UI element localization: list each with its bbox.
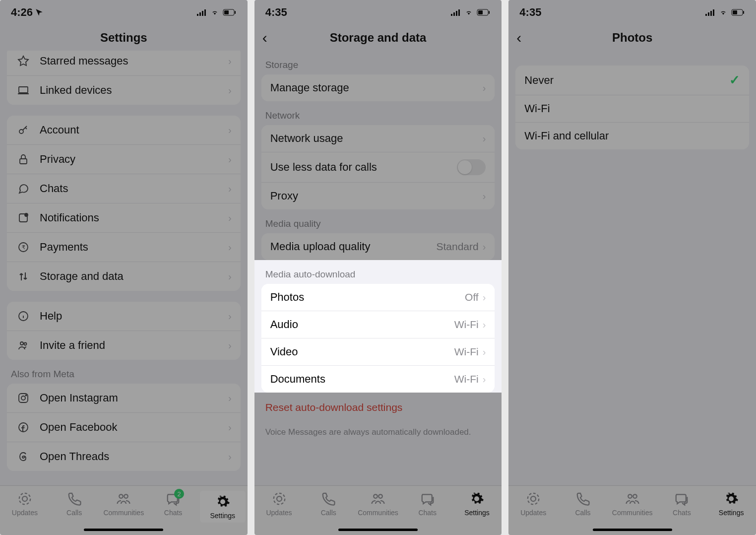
payments-row[interactable]: ₹ Payments › [7,233,241,262]
tab-chats[interactable]: Chats [659,491,704,517]
help-row[interactable]: Help › [7,302,241,331]
chevron-icon: › [228,451,232,463]
wifi-icon [718,9,728,16]
row-label: Privacy [40,153,228,166]
tab-communities[interactable]: Communities [101,491,146,517]
manage-storage-row[interactable]: Manage storage › [261,74,495,101]
tab-communities[interactable]: Communities [610,491,655,517]
network-usage-row[interactable]: Network usage › [261,125,495,152]
open-instagram-row[interactable]: Open Instagram › [7,384,241,413]
tab-updates[interactable]: Updates [510,491,556,517]
upload-quality-row[interactable]: Media upload quality Standard › [261,233,495,260]
row-label: Starred messages [40,55,228,67]
row-label: Open Instagram [40,392,228,404]
svg-rect-30 [489,11,490,14]
home-indicator[interactable] [338,529,418,531]
svg-point-8 [19,130,23,134]
option-wifi-row[interactable]: Wi-Fi [515,95,749,123]
lock-icon [16,152,31,167]
row-label: Storage and data [40,270,228,283]
tab-settings[interactable]: Settings [200,491,246,523]
row-label: Audio [270,318,454,331]
svg-point-44 [528,493,539,505]
signal-icon [705,9,715,16]
svg-point-22 [19,493,31,505]
tab-label: Chats [418,509,437,517]
svg-rect-0 [197,14,198,16]
row-value: Wi-Fi [454,373,479,385]
tab-bar: Updates Calls Communities Chats Settings [508,485,756,535]
chats-row[interactable]: Chats › [7,174,241,203]
option-wifi-cellular-row[interactable]: Wi-Fi and cellular [515,123,749,149]
chevron-icon: › [228,125,232,136]
tab-settings[interactable]: Settings [708,491,754,517]
chats-icon [420,491,436,507]
phone-icon [66,491,82,507]
open-threads-row[interactable]: Open Threads › [7,442,241,471]
svg-point-32 [277,496,282,501]
chevron-icon: › [228,56,232,67]
phone-icon [320,491,336,507]
arrows-updown-icon [16,269,31,284]
tab-label: Updates [266,509,292,517]
tab-communities[interactable]: Communities [355,491,401,517]
privacy-row[interactable]: Privacy › [7,145,241,174]
page-title: Settings [100,31,147,45]
tab-settings[interactable]: Settings [454,491,500,517]
tab-chats[interactable]: 2 Chats [150,491,196,517]
invite-row[interactable]: Invite a friend › [7,331,241,360]
tab-calls[interactable]: Calls [560,491,606,517]
threads-icon [16,449,31,464]
auto-download-header: Media auto-download [254,260,502,284]
chats-icon [674,491,690,507]
row-label: Payments [40,241,228,254]
svg-rect-9 [20,159,27,164]
starred-messages-row[interactable]: Starred messages › [7,51,241,76]
chevron-icon: › [228,154,232,165]
row-label: Photos [270,291,465,304]
storage-data-row[interactable]: Storage and data › [7,262,241,291]
tab-label: Calls [321,509,336,517]
option-never-row[interactable]: Never ✓ [515,66,749,95]
open-facebook-row[interactable]: Open Facebook › [7,413,241,442]
back-button[interactable]: ‹ [262,29,267,46]
tab-calls[interactable]: Calls [306,491,351,517]
reset-auto-download-button[interactable]: Reset auto-download settings [254,393,502,422]
photos-autodl-row[interactable]: Photos Off › [261,284,495,311]
svg-text:₹: ₹ [22,244,25,250]
svg-point-18 [21,396,25,400]
svg-rect-31 [478,10,483,14]
less-data-toggle[interactable] [457,159,486,175]
tab-calls[interactable]: Calls [52,491,97,517]
updates-icon [525,491,541,507]
svg-point-11 [25,213,28,216]
tab-chats[interactable]: Chats [405,491,450,517]
updates-icon [17,491,33,507]
svg-rect-39 [713,9,714,16]
video-autodl-row[interactable]: Video Wi-Fi › [261,338,495,366]
documents-autodl-row[interactable]: Documents Wi-Fi › [261,366,495,393]
svg-rect-7 [19,87,28,93]
row-label: Network usage [270,132,483,145]
phone-icon [575,491,591,507]
tab-updates[interactable]: Updates [256,491,302,517]
status-time: 4:35 [519,6,541,19]
option-label: Wi-Fi [524,102,740,115]
row-label: Media upload quality [270,240,437,253]
svg-rect-2 [202,11,203,16]
account-row[interactable]: Account › [7,116,241,145]
home-indicator[interactable] [84,529,163,531]
proxy-row[interactable]: Proxy › [261,183,495,209]
tab-updates[interactable]: Updates [2,491,48,517]
back-button[interactable]: ‹ [516,29,521,46]
less-data-row[interactable]: Use less data for calls [261,152,495,183]
home-indicator[interactable] [593,529,672,531]
notifications-row[interactable]: Notifications › [7,203,241,233]
audio-autodl-row[interactable]: Audio Wi-Fi › [261,311,495,338]
linked-devices-row[interactable]: Linked devices › [7,76,241,105]
row-label: Open Facebook [40,421,228,434]
storage-header: Storage [254,51,502,74]
tab-label: Communities [612,509,653,517]
chevron-icon: › [483,346,486,358]
star-icon [16,54,31,68]
